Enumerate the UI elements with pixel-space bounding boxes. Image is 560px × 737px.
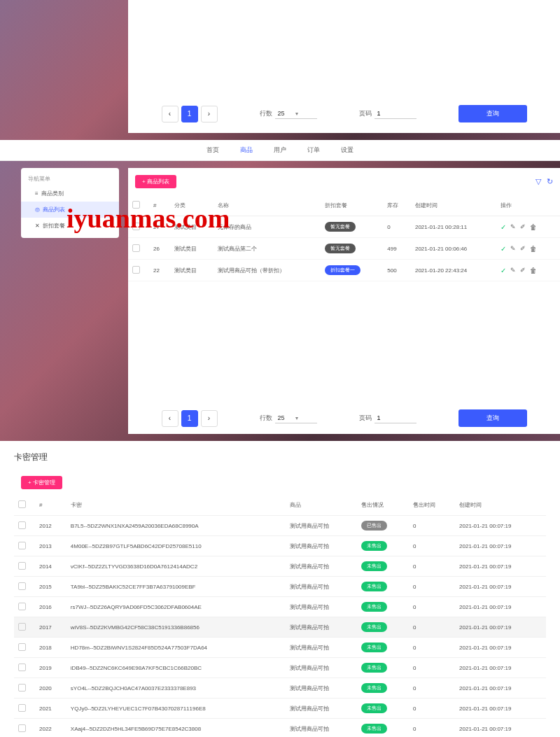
check-icon[interactable]: ✓ [500, 267, 506, 274]
rows-select[interactable]: 25▾ [275, 108, 317, 119]
col-id: # [149, 195, 170, 216]
top-nav: 首页 商品 用户 订单 设置 [0, 140, 560, 161]
select-all-checkbox[interactable] [132, 201, 140, 209]
row-checkbox[interactable] [18, 724, 26, 732]
sidebar-item-products[interactable]: ◎商品列表 [21, 202, 119, 218]
row-checkbox[interactable] [132, 223, 140, 230]
query-btn[interactable]: 查询 [458, 409, 527, 427]
status-badge: 未售出 [361, 622, 387, 632]
status-badge: 未售出 [361, 703, 387, 713]
delete-icon[interactable]: 🗑 [530, 223, 537, 231]
filter-icon[interactable]: ▽ [536, 177, 541, 186]
col-created: 创建时间 [455, 495, 546, 516]
table-row: 2021 YQJy0--5DZ2LYHEYUEC1C7F07B430702871… [14, 699, 546, 719]
page-1-btn[interactable]: 1 [181, 410, 198, 427]
col-sold: 售出时间 [409, 495, 455, 516]
add-card-btn[interactable]: + 卡密管理 [21, 476, 62, 489]
col-ops: 操作 [496, 195, 560, 216]
sidebar: 导航菜单 ≡商品类别 ◎商品列表 ✕折扣套餐 [21, 168, 119, 238]
table-row: 26 测试类目 测试商品第二个 暂无套餐 499 2021-01-21 00:0… [128, 238, 560, 260]
row-checkbox[interactable] [18, 664, 26, 671]
col-cat: 分类 [170, 195, 214, 216]
row-checkbox[interactable] [18, 623, 26, 631]
section-cards: 卡密管理 + 卡密管理 # 卡密 商品 售出情况 售出时间 创建时间 2012 … [0, 441, 560, 737]
table-row: 2012 B7L5--5DZ2WNX1NXA2459A20036EDA68C89… [14, 516, 546, 536]
table-row: 2017 wiV8S--5DZ2KVMBG42CF58C38C5191336B8… [14, 617, 546, 638]
page-label: 页码 [359, 109, 372, 118]
edit-icon[interactable]: ✎ [510, 223, 516, 230]
check-icon[interactable]: ✓ [500, 223, 506, 231]
nav-order[interactable]: 订单 [307, 146, 320, 155]
status-badge: 未售出 [361, 683, 387, 693]
table-row: 2014 vCIKf--5DZ2ZLTYVGD3638D16D0A7612414… [14, 556, 546, 577]
prev-page-btn[interactable]: ‹ [162, 410, 178, 427]
table-row: 2013 4M00E--5DZ2B97GTLF5ABD6C42DFD25708E… [14, 536, 546, 556]
status-badge: 未售出 [361, 561, 387, 571]
pagination-bar-products: ‹ 1 › 行数 25▾ 页码 查询 [128, 402, 560, 434]
table-row: 27 测试类目 无体存的商品 暂无套餐 0 2021-01-21 00:28:1… [128, 216, 560, 238]
sidebar-title: 导航菜单 [21, 172, 119, 185]
refresh-icon[interactable]: ↻ [547, 177, 553, 186]
page-input[interactable] [374, 108, 416, 119]
col-stock: 库存 [383, 195, 411, 216]
rows-select[interactable]: 25▾ [275, 413, 317, 423]
rows-label: 行数 [260, 109, 272, 118]
next-page-btn[interactable]: › [201, 106, 218, 122]
nav-settings[interactable]: 设置 [341, 146, 354, 155]
cards-title: 卡密管理 [14, 448, 546, 470]
row-checkbox[interactable] [132, 244, 140, 252]
table-row: 2018 HD78m--5DZ2BiWNV1S2824F85D524A77503… [14, 638, 546, 658]
row-checkbox[interactable] [18, 704, 26, 712]
edit2-icon[interactable]: ✐ [520, 245, 526, 252]
section-products: iyuanmas.com 导航菜单 ≡商品类别 ◎商品列表 ✕折扣套餐 + 商品… [0, 161, 560, 441]
table-row: 2022 XAaj4--5DZ2DZH5HL34FE5B69D75E7E8542… [14, 719, 546, 738]
row-checkbox[interactable] [132, 266, 140, 274]
nav-home[interactable]: 首页 [206, 146, 219, 155]
status-badge: 已售出 [361, 521, 387, 531]
products-panel: + 商品列表 ▽ ↻ # 分类 名称 折扣套餐 库存 创建时间 操作 27 测试… [128, 168, 560, 434]
cross-icon: ✕ [35, 223, 40, 229]
col-created: 创建时间 [411, 195, 496, 216]
discount-badge: 折扣套餐一 [325, 265, 360, 275]
row-checkbox[interactable] [18, 643, 26, 651]
sidebar-item-category[interactable]: ≡商品类别 [21, 185, 119, 202]
row-checkbox[interactable] [18, 542, 26, 549]
next-page-btn[interactable]: › [201, 410, 218, 427]
nav-product[interactable]: 商品 [240, 146, 253, 155]
status-badge: 未售出 [361, 643, 387, 652]
edit2-icon[interactable]: ✐ [520, 267, 526, 274]
edit-icon[interactable]: ✎ [510, 267, 516, 274]
section-top: ‹ 1 › 行数 25▾ 页码 查询 [0, 0, 560, 140]
list-icon: ≡ [35, 190, 38, 197]
page-1-btn[interactable]: 1 [181, 106, 198, 122]
row-checkbox[interactable] [18, 521, 26, 529]
row-checkbox[interactable] [18, 603, 26, 610]
table-row: 2015 TA9bl--5DZ25BAKIC52CE7FF3B7A6379100… [14, 577, 546, 597]
check-icon[interactable]: ✓ [500, 245, 506, 253]
select-all-checkbox[interactable] [18, 500, 26, 508]
col-id: # [35, 495, 66, 516]
nav-user[interactable]: 用户 [274, 146, 286, 155]
query-btn[interactable]: 查询 [458, 105, 527, 122]
row-checkbox[interactable] [18, 582, 26, 590]
col-name: 名称 [214, 195, 321, 216]
status-badge: 未售出 [361, 724, 387, 734]
row-checkbox[interactable] [18, 684, 26, 692]
page-input[interactable] [374, 413, 416, 423]
table-row: 2019 iDB49--5DZ2NC6KC649E98A7KF5CBC1C66B… [14, 658, 546, 678]
delete-icon[interactable]: 🗑 [530, 245, 537, 253]
edit2-icon[interactable]: ✐ [520, 223, 526, 230]
col-product: 商品 [286, 495, 357, 516]
prev-page-btn[interactable]: ‹ [162, 106, 178, 122]
edit-icon[interactable]: ✎ [510, 245, 516, 252]
status-badge: 未售出 [361, 602, 387, 612]
products-table: # 分类 名称 折扣套餐 库存 创建时间 操作 27 测试类目 无体存的商品 暂… [128, 195, 560, 281]
row-checkbox[interactable] [18, 562, 26, 570]
target-icon: ◎ [35, 206, 40, 213]
discount-badge: 暂无套餐 [325, 244, 356, 253]
add-product-btn[interactable]: + 商品列表 [135, 175, 176, 188]
sidebar-item-discount[interactable]: ✕折扣套餐 [21, 218, 119, 234]
discount-badge: 暂无套餐 [325, 222, 356, 232]
delete-icon[interactable]: 🗑 [530, 267, 537, 274]
table-row: 2016 rs7WJ--5DZ26AQRY9AD06FD5C3062DFAB06… [14, 597, 546, 617]
